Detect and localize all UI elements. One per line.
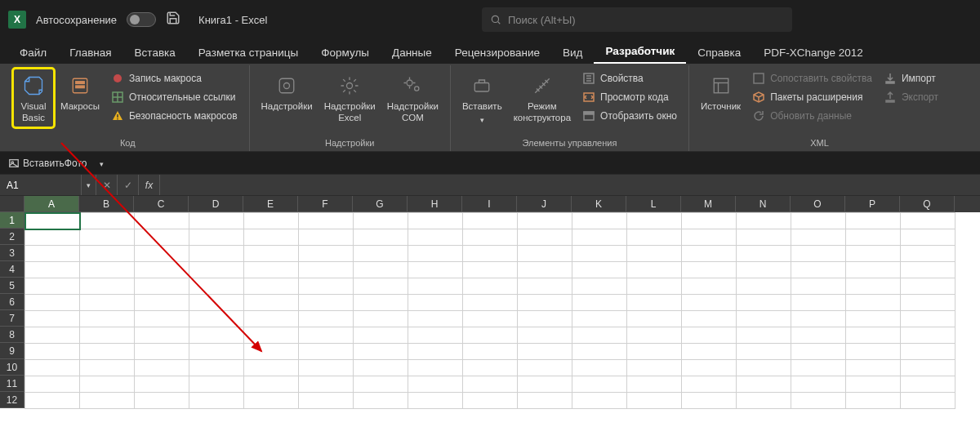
expansion-packs-button[interactable]: Пакеты расширения xyxy=(749,89,875,105)
cell[interactable] xyxy=(518,376,572,393)
cell[interactable] xyxy=(299,278,354,295)
cell[interactable] xyxy=(189,213,244,229)
cell[interactable] xyxy=(408,393,463,409)
cell[interactable] xyxy=(354,327,408,344)
cell[interactable] xyxy=(627,376,682,393)
cell[interactable] xyxy=(135,278,189,295)
cell[interactable] xyxy=(244,376,299,393)
cell[interactable] xyxy=(299,262,354,278)
tab-view[interactable]: Вид xyxy=(551,42,594,64)
cell[interactable] xyxy=(299,393,354,409)
cell[interactable] xyxy=(846,376,901,393)
cell[interactable] xyxy=(80,262,135,278)
cell[interactable] xyxy=(299,376,354,393)
tab-formulas[interactable]: Формулы xyxy=(310,42,381,64)
cell[interactable] xyxy=(408,278,463,295)
cell[interactable] xyxy=(354,278,408,295)
cell[interactable] xyxy=(463,311,518,327)
row-header[interactable]: 10 xyxy=(0,359,24,376)
cell[interactable] xyxy=(846,344,901,360)
name-box[interactable] xyxy=(0,175,82,195)
cell[interactable] xyxy=(518,360,572,376)
cell[interactable] xyxy=(244,262,299,278)
cell[interactable] xyxy=(518,262,572,278)
cell[interactable] xyxy=(572,327,627,344)
cell[interactable] xyxy=(846,393,901,409)
cell[interactable] xyxy=(189,344,244,360)
cell[interactable] xyxy=(791,393,846,409)
cell[interactable] xyxy=(463,295,518,311)
cell[interactable] xyxy=(189,393,244,409)
cell[interactable] xyxy=(189,311,244,327)
cell[interactable] xyxy=(682,311,737,327)
cell[interactable] xyxy=(299,295,354,311)
cell[interactable] xyxy=(572,295,627,311)
cell[interactable] xyxy=(901,344,956,360)
cell[interactable] xyxy=(901,393,956,409)
select-all-corner[interactable] xyxy=(0,196,24,212)
cell[interactable] xyxy=(189,246,244,262)
cell[interactable] xyxy=(627,344,682,360)
cell[interactable] xyxy=(572,213,627,229)
cell[interactable] xyxy=(354,311,408,327)
insert-photo-button[interactable]: ВставитьФото ▾ xyxy=(8,158,104,169)
cell[interactable] xyxy=(901,229,956,246)
cell[interactable] xyxy=(846,213,901,229)
properties-button[interactable]: Свойства xyxy=(579,70,680,87)
row-header[interactable]: 6 xyxy=(0,294,24,310)
cell[interactable] xyxy=(80,278,135,295)
cell[interactable] xyxy=(791,278,846,295)
cell[interactable] xyxy=(299,213,354,229)
tab-help[interactable]: Справка xyxy=(686,42,752,64)
row-header[interactable]: 2 xyxy=(0,229,24,245)
cell[interactable] xyxy=(463,393,518,409)
row-header[interactable]: 12 xyxy=(0,392,24,408)
cell[interactable] xyxy=(354,213,408,229)
cell[interactable] xyxy=(25,229,80,246)
cell[interactable] xyxy=(846,278,901,295)
relative-references-button[interactable]: Относительные ссылки xyxy=(108,89,241,105)
formula-input[interactable] xyxy=(160,175,980,195)
run-dialog-button[interactable]: Отобразить окно xyxy=(579,108,680,124)
cell[interactable] xyxy=(682,327,737,344)
cell[interactable] xyxy=(408,376,463,393)
cell[interactable] xyxy=(135,295,189,311)
column-header[interactable]: H xyxy=(408,196,462,212)
insert-control-button[interactable]: Вставить ▾ xyxy=(457,69,507,127)
cell[interactable] xyxy=(737,360,791,376)
cell[interactable] xyxy=(354,393,408,409)
cell[interactable] xyxy=(791,229,846,246)
cell[interactable] xyxy=(354,360,408,376)
cell[interactable] xyxy=(518,311,572,327)
cell[interactable] xyxy=(408,262,463,278)
cell[interactable] xyxy=(846,295,901,311)
cell[interactable] xyxy=(518,246,572,262)
cell[interactable] xyxy=(80,327,135,344)
cell[interactable] xyxy=(189,229,244,246)
cell[interactable] xyxy=(682,393,737,409)
cell[interactable] xyxy=(244,393,299,409)
design-mode-button[interactable]: Режим конструктора xyxy=(509,69,576,127)
cell[interactable] xyxy=(408,229,463,246)
cell[interactable] xyxy=(80,311,135,327)
cell[interactable] xyxy=(627,311,682,327)
cell[interactable] xyxy=(572,246,627,262)
column-header[interactable]: M xyxy=(681,196,736,212)
row-header[interactable]: 11 xyxy=(0,376,24,392)
cell[interactable] xyxy=(901,311,956,327)
visual-basic-button[interactable]: Visual Basic xyxy=(13,69,54,127)
cell[interactable] xyxy=(80,213,135,229)
cell[interactable] xyxy=(627,327,682,344)
fx-label[interactable]: fx xyxy=(139,175,160,195)
cell[interactable] xyxy=(299,360,354,376)
cell[interactable] xyxy=(572,278,627,295)
autosave-toggle[interactable] xyxy=(127,12,156,27)
cell[interactable] xyxy=(244,246,299,262)
cell[interactable] xyxy=(791,311,846,327)
cell[interactable] xyxy=(791,360,846,376)
cell[interactable] xyxy=(846,262,901,278)
column-header[interactable]: E xyxy=(243,196,298,212)
cell[interactable] xyxy=(135,262,189,278)
cell[interactable] xyxy=(299,344,354,360)
cell[interactable] xyxy=(244,213,299,229)
